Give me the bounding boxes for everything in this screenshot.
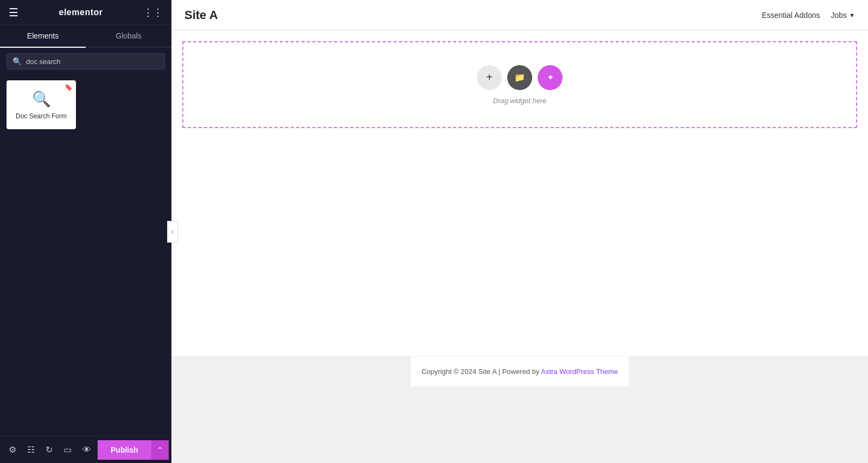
ai-button[interactable]: ✦ [538, 65, 563, 90]
widget-doc-search-form[interactable]: 🔖 🔍 Doc Search Form [7, 80, 76, 129]
chevron-down-icon: ▼ [849, 12, 855, 18]
essential-addons-link[interactable]: Essential Addons [762, 11, 820, 20]
jobs-link[interactable]: Jobs ▼ [831, 11, 855, 20]
bookmark-icon: 🔖 [65, 84, 73, 91]
responsive-icon[interactable]: ▭ [59, 440, 76, 459]
main-canvas: Site A Essential Addons Jobs ▼ + 📁 [171, 0, 868, 463]
top-bar: ☰ elementor ⋮⋮ [0, 0, 171, 25]
publish-dropdown-button[interactable]: ⌃ [151, 440, 169, 460]
settings-icon[interactable]: ⚙ [4, 440, 21, 459]
publish-button[interactable]: Publish [98, 440, 151, 460]
search-box: 🔍 [7, 53, 165, 69]
hamburger-icon[interactable]: ☰ [9, 6, 18, 19]
copyright-text: Copyright © 2024 Site A | Powered by [422, 367, 541, 376]
chevron-left-icon: ‹ [171, 228, 174, 236]
search-input[interactable] [26, 58, 159, 66]
left-panel: ☰ elementor ⋮⋮ Elements Globals 🔍 🔖 🔍 Do… [0, 0, 171, 463]
search-area: 🔍 [0, 48, 171, 75]
elementor-logo: elementor [59, 8, 103, 17]
drop-actions: + 📁 ✦ [477, 65, 563, 90]
drop-zone[interactable]: + 📁 ✦ Drag widget here [182, 41, 857, 128]
drag-hint: Drag widget here [493, 97, 547, 105]
tab-globals[interactable]: Globals [86, 25, 171, 47]
preview-icon[interactable]: 👁 [78, 441, 95, 459]
history-icon[interactable]: ↻ [41, 440, 57, 459]
sparkle-icon: ✦ [547, 72, 554, 83]
plus-icon: + [486, 71, 493, 84]
collapse-panel-handle[interactable]: ‹ [167, 221, 178, 243]
canvas-body: + 📁 ✦ Drag widget here Copyright © 2024 … [171, 30, 868, 463]
widget-search-icon: 🔍 [32, 90, 51, 108]
footer-link[interactable]: Astra WordPress Theme [541, 367, 618, 376]
bottom-bar: ⚙ ☷ ↻ ▭ 👁 Publish ⌃ [0, 436, 171, 463]
widget-label: Doc Search Form [16, 112, 67, 120]
grid-icon[interactable]: ⋮⋮ [143, 7, 163, 18]
widget-list: 🔖 🔍 Doc Search Form [0, 75, 171, 436]
search-icon: 🔍 [12, 57, 22, 66]
page-footer: Copyright © 2024 Site A | Powered by Ast… [411, 356, 629, 386]
template-library-button[interactable]: 📁 [507, 65, 532, 90]
header-right: Essential Addons Jobs ▼ [762, 11, 855, 20]
layers-icon[interactable]: ☷ [23, 440, 39, 459]
folder-icon: 📁 [514, 72, 525, 83]
publish-btn-area: Publish ⌃ [98, 440, 169, 460]
site-title: Site A [184, 8, 218, 22]
add-widget-button[interactable]: + [477, 65, 502, 90]
tabs-row: Elements Globals [0, 25, 171, 48]
page-wrapper: + 📁 ✦ Drag widget here [171, 30, 868, 356]
canvas-header: Site A Essential Addons Jobs ▼ [171, 0, 868, 30]
tab-elements[interactable]: Elements [0, 25, 86, 47]
chevron-up-icon: ⌃ [157, 446, 163, 454]
